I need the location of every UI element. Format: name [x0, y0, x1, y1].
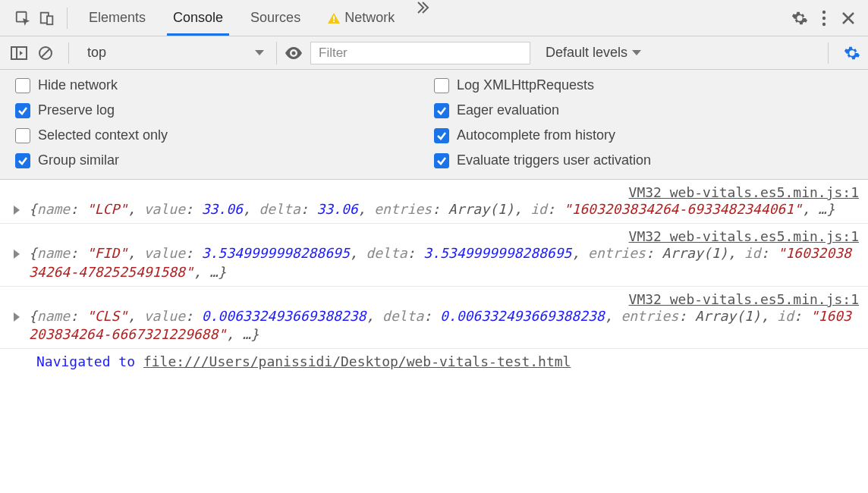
clear-console-icon[interactable] — [38, 46, 58, 61]
console-settings-gear-icon[interactable] — [844, 45, 860, 61]
expand-arrow-icon[interactable] — [14, 312, 20, 322]
warning-icon — [328, 13, 340, 24]
svg-rect-3 — [333, 16, 335, 20]
checkbox-icon — [15, 78, 30, 93]
svg-rect-2 — [47, 16, 52, 24]
divider — [828, 42, 829, 64]
log-entry: VM32 web-vitals.es5.min.js:1 {name: "LCP… — [0, 180, 868, 224]
source-link[interactable]: VM32 web-vitals.es5.min.js:1 — [629, 184, 859, 200]
log-object[interactable]: {name: "LCP", value: 33.06, delta: 33.06… — [29, 200, 859, 218]
source-link[interactable]: VM32 web-vitals.es5.min.js:1 — [629, 291, 859, 307]
checkbox-eager-eval[interactable]: Eager evaluation — [434, 102, 853, 118]
checkbox-label: Hide network — [38, 77, 118, 93]
console-toolbar: top Default levels — [0, 36, 868, 70]
more-tabs-icon[interactable] — [408, 0, 439, 36]
checkbox-group-similar[interactable]: Group similar — [15, 152, 434, 168]
svg-point-5 — [822, 10, 826, 13]
inspect-element-icon[interactable] — [11, 6, 35, 30]
log-entry: VM32 web-vitals.es5.min.js:1 {name: "CLS… — [0, 287, 868, 350]
checkbox-eval-activation[interactable]: Evaluate triggers user activation — [434, 152, 853, 168]
console-settings-panel: Hide network Log XMLHttpRequests Preserv… — [0, 70, 868, 180]
svg-line-11 — [42, 49, 50, 57]
log-entry: VM32 web-vitals.es5.min.js:1 {name: "FID… — [0, 224, 868, 287]
divider — [67, 8, 68, 29]
levels-label: Default levels — [546, 45, 627, 61]
tab-label: Network — [344, 10, 395, 26]
divider — [68, 42, 69, 64]
tab-label: Console — [173, 10, 223, 26]
checkbox-label: Eager evaluation — [457, 102, 559, 118]
tab-network[interactable]: Network — [314, 0, 408, 36]
close-icon[interactable] — [836, 6, 860, 30]
svg-point-7 — [822, 22, 826, 25]
checkbox-label: Autocomplete from history — [457, 127, 615, 143]
checkbox-hide-network[interactable]: Hide network — [15, 77, 434, 93]
checkbox-label: Group similar — [38, 152, 119, 168]
checkbox-label: Evaluate triggers user activation — [457, 152, 651, 168]
svg-point-12 — [292, 51, 296, 55]
checkbox-label: Preserve log — [38, 102, 115, 118]
checkbox-icon — [434, 153, 449, 168]
live-expression-icon[interactable] — [285, 47, 303, 59]
checkbox-preserve-log[interactable]: Preserve log — [15, 102, 434, 118]
checkbox-icon — [15, 153, 30, 168]
settings-gear-icon[interactable] — [788, 6, 812, 30]
panel-tabs: Elements Console Sources Network — [75, 0, 439, 36]
checkbox-icon — [434, 128, 449, 143]
context-value: top — [87, 45, 106, 61]
checkbox-icon — [15, 128, 30, 143]
tab-label: Sources — [250, 10, 300, 26]
chevron-down-icon — [632, 50, 641, 55]
svg-rect-8 — [11, 47, 27, 59]
checkbox-label: Selected context only — [38, 127, 168, 143]
log-object[interactable]: {name: "FID", value: 3.5349999998288695,… — [29, 244, 859, 281]
chevron-down-icon — [255, 50, 264, 55]
svg-rect-4 — [333, 20, 335, 22]
tab-label: Elements — [89, 10, 146, 26]
checkbox-context-only[interactable]: Selected context only — [15, 127, 434, 143]
device-toolbar-icon[interactable] — [35, 6, 59, 30]
log-object[interactable]: {name: "CLS", value: 0.00633249366938823… — [29, 307, 859, 344]
main-tab-bar: Elements Console Sources Network — [0, 0, 868, 36]
checkbox-icon — [434, 103, 449, 118]
kebab-menu-icon[interactable] — [812, 6, 836, 30]
checkbox-label: Log XMLHttpRequests — [457, 77, 594, 93]
navigation-entry: Navigated to file:///Users/panissidi/Des… — [0, 349, 868, 374]
context-selector[interactable]: top — [80, 42, 277, 64]
source-link[interactable]: VM32 web-vitals.es5.min.js:1 — [629, 228, 859, 244]
console-log-area: VM32 web-vitals.es5.min.js:1 {name: "LCP… — [0, 180, 868, 374]
sidebar-toggle-icon[interactable] — [11, 46, 30, 60]
checkbox-icon — [434, 78, 449, 93]
tab-elements[interactable]: Elements — [75, 0, 159, 36]
tab-sources[interactable]: Sources — [237, 0, 314, 36]
log-levels-selector[interactable]: Default levels — [538, 45, 649, 61]
expand-arrow-icon[interactable] — [14, 206, 20, 215]
svg-point-6 — [822, 16, 826, 19]
checkbox-autocomplete[interactable]: Autocomplete from history — [434, 127, 853, 143]
expand-arrow-icon[interactable] — [14, 250, 20, 259]
filter-input[interactable] — [310, 42, 530, 64]
nav-url[interactable]: file:///Users/panissidi/Desktop/web-vita… — [143, 353, 571, 369]
checkbox-log-xhr[interactable]: Log XMLHttpRequests — [434, 77, 853, 93]
checkbox-icon — [15, 103, 30, 118]
tab-console[interactable]: Console — [159, 0, 237, 36]
nav-prefix: Navigated to — [36, 353, 143, 369]
